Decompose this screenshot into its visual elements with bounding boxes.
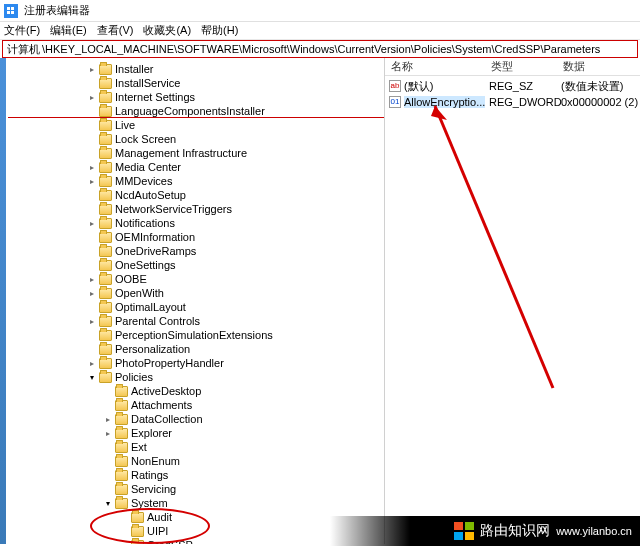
tree-node[interactable]: ▸MMDevices: [86, 174, 384, 188]
folder-icon: [99, 246, 112, 257]
tree-node[interactable]: Live: [86, 118, 384, 132]
expander-icon[interactable]: ▸: [86, 273, 98, 285]
tree-node[interactable]: ▸Media Center: [86, 160, 384, 174]
expander-icon[interactable]: ▸: [102, 427, 114, 439]
tree-label: LanguageComponentsInstaller: [115, 105, 265, 117]
registry-tree[interactable]: ▸InstallerInstallService▸Internet Settin…: [6, 58, 384, 544]
folder-icon: [99, 274, 112, 285]
value-name: (默认): [404, 79, 433, 94]
tree-label: NcdAutoSetup: [115, 189, 186, 201]
expander-icon[interactable]: ▸: [86, 63, 98, 75]
tree-node[interactable]: ▸DataCollection: [86, 412, 384, 426]
tree-node[interactable]: ActiveDesktop: [86, 384, 384, 398]
value-type-icon: 01: [389, 96, 401, 108]
tree-label: InstallService: [115, 77, 180, 89]
expander-icon[interactable]: ▸: [86, 287, 98, 299]
tree-label: Explorer: [131, 427, 172, 439]
tree-label: NetworkServiceTriggers: [115, 203, 232, 215]
value-type-icon: ab: [389, 80, 401, 92]
expander-icon[interactable]: ▸: [102, 413, 114, 425]
address-bar[interactable]: 计算机 \HKEY_LOCAL_MACHINE\SOFTWARE\Microso…: [2, 40, 638, 58]
col-header-type[interactable]: 类型: [485, 59, 557, 74]
tree-node[interactable]: ▸PhotoPropertyHandler: [86, 356, 384, 370]
expander-icon[interactable]: ▸: [86, 217, 98, 229]
col-header-data[interactable]: 数据: [557, 59, 640, 74]
tree-label: OEMInformation: [115, 231, 195, 243]
svg-rect-2: [11, 7, 14, 10]
tree-label: Ratings: [131, 469, 168, 481]
folder-icon: [99, 106, 112, 117]
tree-node[interactable]: LanguageComponentsInstaller: [86, 104, 384, 118]
tree-node[interactable]: Lock Screen: [86, 132, 384, 146]
folder-icon: [99, 288, 112, 299]
tree-node[interactable]: ▸Parental Controls: [86, 314, 384, 328]
folder-icon: [115, 484, 128, 495]
tree-label: Ext: [131, 441, 147, 453]
tree-node[interactable]: InstallService: [86, 76, 384, 90]
menu-favorites[interactable]: 收藏夹(A): [143, 23, 191, 38]
title-bar: 注册表编辑器: [0, 0, 640, 22]
tree-node[interactable]: OptimalLayout: [86, 300, 384, 314]
menu-view[interactable]: 查看(V): [97, 23, 134, 38]
tree-node[interactable]: ▸Internet Settings: [86, 90, 384, 104]
tree-label: ActiveDesktop: [131, 385, 201, 397]
folder-icon: [99, 78, 112, 89]
folder-icon: [99, 316, 112, 327]
watermark: 路由知识网 www.yilanbo.cn: [410, 516, 640, 546]
value-row[interactable]: ab(默认)REG_SZ(数值未设置): [385, 78, 640, 94]
values-list: ab(默认)REG_SZ(数值未设置)01AllowEncryptio...RE…: [385, 76, 640, 110]
menu-file[interactable]: 文件(F): [4, 23, 40, 38]
tree-node[interactable]: PerceptionSimulationExtensions: [86, 328, 384, 342]
menu-edit[interactable]: 编辑(E): [50, 23, 87, 38]
tree-node[interactable]: NonEnum: [86, 454, 384, 468]
folder-icon: [99, 232, 112, 243]
col-header-name[interactable]: 名称: [385, 59, 485, 74]
tree-node[interactable]: Management Infrastructure: [86, 146, 384, 160]
watermark-gradient: [330, 516, 410, 546]
tree-node[interactable]: ▸OpenWith: [86, 286, 384, 300]
tree-label: OneDriveRamps: [115, 245, 196, 257]
tree-node[interactable]: OEMInformation: [86, 230, 384, 244]
folder-icon: [99, 260, 112, 271]
value-row[interactable]: 01AllowEncryptio...REG_DWORD0x00000002 (…: [385, 94, 640, 110]
folder-icon: [115, 498, 128, 509]
expander-icon[interactable]: ▸: [86, 175, 98, 187]
tree-node[interactable]: Attachments: [86, 398, 384, 412]
tree-node[interactable]: OneSettings: [86, 258, 384, 272]
window-title: 注册表编辑器: [24, 3, 90, 18]
svg-rect-1: [7, 7, 10, 10]
folder-icon: [115, 456, 128, 467]
tree-node[interactable]: ▸Notifications: [86, 216, 384, 230]
tree-node[interactable]: Ext: [86, 440, 384, 454]
tree-label: Media Center: [115, 161, 181, 173]
expander-icon[interactable]: ▾: [102, 497, 114, 509]
menu-help[interactable]: 帮助(H): [201, 23, 238, 38]
menu-bar: 文件(F) 编辑(E) 查看(V) 收藏夹(A) 帮助(H): [0, 22, 640, 40]
tree-node[interactable]: OneDriveRamps: [86, 244, 384, 258]
tree-node[interactable]: Ratings: [86, 468, 384, 482]
tree-node[interactable]: NcdAutoSetup: [86, 188, 384, 202]
svg-rect-3: [7, 11, 10, 14]
expander-icon[interactable]: ▸: [86, 91, 98, 103]
tree-node[interactable]: ▾Policies: [86, 370, 384, 384]
value-data: (数值未设置): [557, 79, 640, 94]
tree-node[interactable]: ▸OOBE: [86, 272, 384, 286]
tree-node[interactable]: Servicing: [86, 482, 384, 496]
address-path: \HKEY_LOCAL_MACHINE\SOFTWARE\Microsoft\W…: [42, 43, 600, 55]
folder-icon: [99, 344, 112, 355]
expander-icon[interactable]: ▸: [86, 357, 98, 369]
tree-node[interactable]: Personalization: [86, 342, 384, 356]
tree-label: OpenWith: [115, 287, 164, 299]
expander-icon[interactable]: ▸: [86, 161, 98, 173]
tree-node[interactable]: ▸Explorer: [86, 426, 384, 440]
tree-label: Notifications: [115, 217, 175, 229]
expander-icon[interactable]: ▾: [86, 371, 98, 383]
value-type: REG_SZ: [485, 80, 557, 92]
tree-node[interactable]: NetworkServiceTriggers: [86, 202, 384, 216]
folder-icon: [115, 428, 128, 439]
folder-icon: [115, 442, 128, 453]
tree-label: MMDevices: [115, 175, 172, 187]
column-header[interactable]: 名称 类型 数据: [385, 58, 640, 76]
expander-icon[interactable]: ▸: [86, 315, 98, 327]
tree-node[interactable]: ▸Installer: [86, 62, 384, 76]
